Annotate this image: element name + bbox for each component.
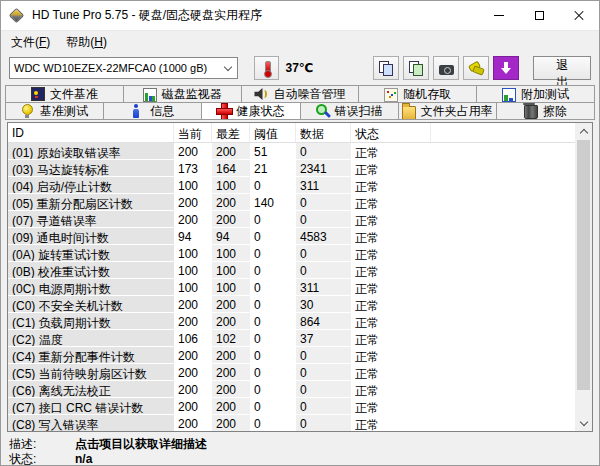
scrollbar-thumb[interactable] [577,140,590,390]
cell-current: 200 [174,347,212,364]
health-panel: ID当前最差阈值数据状态 (01) 原始读取错误率200200510正常(03)… [7,122,593,432]
cell-status: 正常 [351,415,431,432]
scroll-down-button[interactable] [575,415,592,431]
tab-erase[interactable]: 擦除 [496,102,595,120]
cell-worst: 200 [212,381,250,398]
cell-current: 200 [174,296,212,313]
tab-health[interactable]: 健康状态 [201,102,300,120]
table-row[interactable]: (07) 寻道错误率20020000正常 [8,211,575,228]
window-controls [479,1,599,30]
table-row[interactable]: (C2) 温度106102037正常 [8,330,575,347]
temperature-button[interactable] [254,56,280,80]
cell-status: 正常 [351,313,431,330]
cell-threshold: 0 [250,398,296,415]
scroll-up-button[interactable] [575,123,592,139]
column-header-id[interactable]: ID [8,123,174,142]
column-header-threshold[interactable]: 阈值 [250,123,296,142]
cell-worst: 200 [212,194,250,211]
cell-current: 100 [174,245,212,262]
cell-id: (0A) 旋转重试计数 [8,245,174,262]
chevron-down-icon [224,62,232,70]
cell-threshold: 0 [250,177,296,194]
cell-data: 4583 [296,228,351,245]
maximize-button[interactable] [519,1,559,30]
column-header-status[interactable]: 状态 [351,123,431,142]
cell-threshold: 140 [250,194,296,211]
info-icon [131,104,145,118]
table-row[interactable]: (C5) 当前待映射扇区计数20020000正常 [8,364,575,381]
cell-filler [431,296,575,313]
menu-item-help[interactable]: 帮助(H) [58,32,115,53]
tab-file-benchmark[interactable]: 文件基准 [5,85,124,103]
cell-data: 0 [296,398,351,415]
copy-screenshot-button[interactable] [403,56,429,80]
cell-data: 864 [296,313,351,330]
table-row[interactable]: (C6) 离线无法校正20020000正常 [8,381,575,398]
cell-filler [431,143,575,160]
table-row[interactable]: (0B) 校准重试计数10010000正常 [8,262,575,279]
cell-current: 200 [174,211,212,228]
cell-status: 正常 [351,211,431,228]
cell-status: 正常 [351,330,431,347]
table-row[interactable]: (0A) 旋转重试计数10010000正常 [8,245,575,262]
table-row[interactable]: (C7) 接口 CRC 错误计数20020000正常 [8,398,575,415]
tab-acoustic-management[interactable]: 自动噪音管理 [241,85,360,103]
table-row[interactable]: (C1) 负载周期计数2002000864正常 [8,313,575,330]
cell-status: 正常 [351,245,431,262]
table-row[interactable]: (03) 马达旋转标准173164212341正常 [8,160,575,177]
tab-error-scan[interactable]: 错误扫描 [300,102,399,120]
cell-threshold: 0 [250,296,296,313]
table-row[interactable]: (C0) 不安全关机计数200200030正常 [8,296,575,313]
table-row[interactable]: (05) 重新分配扇区计数2002001400正常 [8,194,575,211]
tab-label: 健康状态 [236,103,284,120]
cell-status: 正常 [351,364,431,381]
camera-icon [439,63,454,75]
cell-filler [431,160,575,177]
cell-data: 0 [296,143,351,160]
copy-text-icon [379,61,393,75]
cell-status: 正常 [351,160,431,177]
close-button[interactable] [559,1,599,30]
app-icon [9,8,25,24]
table-row[interactable]: (0C) 电源周期计数1001000311正常 [8,279,575,296]
benchmark-icon [21,104,35,118]
column-header-data[interactable]: 数据 [296,123,351,142]
cell-filler [431,194,575,211]
tab-info[interactable]: 信息 [103,102,202,120]
minimize-button[interactable] [479,1,519,30]
cell-threshold: 0 [250,347,296,364]
table-body: (01) 原始读取错误率200200510正常(03) 马达旋转标准173164… [8,143,575,432]
cell-status: 正常 [351,143,431,160]
tab-random-access[interactable]: 随机存取 [358,85,477,103]
cell-threshold: 0 [250,381,296,398]
options-button[interactable] [463,56,489,80]
check-updates-button[interactable] [493,56,519,80]
vertical-scrollbar[interactable] [575,123,592,431]
cell-filler [431,228,575,245]
copy-info-button[interactable] [373,56,399,80]
random-access-icon [384,88,398,102]
tab-label: 错误扫描 [335,103,383,120]
cell-worst: 164 [212,160,250,177]
tab-disk-monitor[interactable]: 磁盘监视器 [123,85,242,103]
table-row[interactable]: (04) 启动/停止计数1001000311正常 [8,177,575,194]
cell-current: 200 [174,364,212,381]
column-header-worst[interactable]: 最差 [212,123,250,142]
table-row[interactable]: (01) 原始读取错误率200200510正常 [8,143,575,160]
drive-select-value: WDC WD10EZEX-22MFCA0 (1000 gB) [14,62,207,74]
tab-benchmark[interactable]: 基准测试 [5,102,104,120]
save-screenshot-button[interactable] [433,56,459,80]
column-header-current[interactable]: 当前 [174,123,212,142]
cell-current: 100 [174,279,212,296]
drive-select[interactable]: WDC WD10EZEX-22MFCA0 (1000 gB) [9,57,238,79]
tab-extra-tests[interactable]: 附加测试 [476,85,595,103]
menu-item-file[interactable]: 文件(F) [3,32,58,53]
table-row[interactable]: (C8) 写入错误率20020000正常 [8,415,575,432]
table-row[interactable]: (C4) 重新分配事件计数20020000正常 [8,347,575,364]
exit-button[interactable]: 退出 [533,56,591,80]
cell-filler [431,211,575,228]
table-row[interactable]: (09) 通电时间计数949404583正常 [8,228,575,245]
cell-status: 正常 [351,194,431,211]
tab-label: 擦除 [543,103,567,120]
tab-folder-usage[interactable]: 文件夹占用率 [398,102,497,120]
